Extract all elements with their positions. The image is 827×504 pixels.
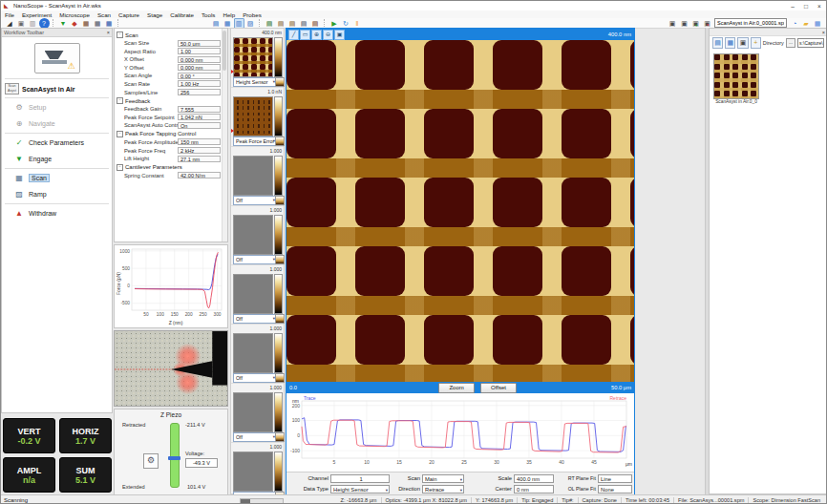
maximize-button[interactable]: □ <box>799 3 813 10</box>
capture-rename-icon[interactable]: ▦ <box>813 18 823 29</box>
zoom-in-tool-icon[interactable]: ⊕ <box>311 30 322 40</box>
menu-file[interactable]: File <box>1 11 18 18</box>
channel-select[interactable]: Off▾ <box>233 373 277 383</box>
menu-capture[interactable]: Capture <box>115 11 143 18</box>
z-piezo-slider[interactable] <box>170 423 180 488</box>
probe-setup-icon[interactable]: ◢ <box>5 18 15 29</box>
box-tool-icon[interactable]: ▭ <box>300 30 310 40</box>
layout-single-icon[interactable]: ▤ <box>211 18 222 29</box>
channel-select[interactable]: Off▾ <box>233 196 277 205</box>
channel-select[interactable]: Height Sensor▾ <box>233 77 277 87</box>
menu-tools[interactable]: Tools <box>198 11 219 18</box>
ol-plane-fit-input[interactable]: None <box>598 485 632 494</box>
workflow-item-ramp[interactable]: ▨Ramp <box>2 186 112 202</box>
channel-select[interactable]: Off▾ <box>233 432 277 442</box>
channel-colorscale-button[interactable] <box>275 196 285 205</box>
capture-panel-close-icon[interactable]: × <box>822 30 827 35</box>
scale-input[interactable]: 400.0 nm <box>514 474 554 483</box>
menu-scan[interactable]: Scan <box>94 11 115 18</box>
scope-window-icon[interactable]: ▤ <box>276 18 286 29</box>
offline-window-icon[interactable]: ▦ <box>93 18 103 29</box>
directory-field[interactable]: s:\Capture\ <box>797 38 824 48</box>
channel-thumbnail[interactable] <box>233 274 273 314</box>
channel-colorscale-button[interactable] <box>275 373 285 383</box>
line-tool-icon[interactable]: ╱ <box>288 30 299 40</box>
zoom-button[interactable]: Zoom <box>438 383 475 393</box>
workflow-close-icon[interactable]: × <box>107 30 110 35</box>
workflow-item-withdraw[interactable]: ▲Withdraw <box>2 205 112 221</box>
channel-thumbnail[interactable] <box>233 96 273 136</box>
channel-thumbnail[interactable] <box>233 392 273 432</box>
data-type-select[interactable]: Height Sensor▾ <box>330 485 390 494</box>
capture-icon[interactable]: ▣ <box>668 18 678 29</box>
menu-experiment[interactable]: Experiment <box>18 11 55 18</box>
collapse-icon[interactable]: − <box>117 164 123 171</box>
param-value[interactable]: On <box>178 122 221 129</box>
channel-select[interactable]: Off▾ <box>233 314 277 324</box>
rt-plane-fit-input[interactable]: Line <box>598 474 632 483</box>
collapse-icon[interactable]: − <box>117 97 123 104</box>
xy-window-icon[interactable]: ▤ <box>287 18 298 29</box>
z-piezo-slider-thumb[interactable] <box>168 456 180 460</box>
center-input[interactable]: 0 nm <box>514 485 554 494</box>
layout-scan-icon[interactable]: ▥ <box>234 18 244 29</box>
workflow-item-check-parameters[interactable]: ✓Check Parameters <box>2 135 112 151</box>
param-value[interactable]: 150 nm <box>178 138 221 145</box>
capture-timer-icon[interactable]: ◔ <box>790 18 800 29</box>
thumbnail-view-icon[interactable]: ▦ <box>725 37 735 49</box>
channel-select[interactable]: Peak Force Error▾ <box>233 136 277 146</box>
pause-icon[interactable]: ‖ <box>352 18 363 29</box>
channel-colorscale-button[interactable] <box>275 136 285 146</box>
param-value[interactable]: 1.042 nN <box>178 114 221 120</box>
channel-select[interactable]: Off▾ <box>233 255 277 264</box>
param-value[interactable]: 2 kHz <box>178 147 221 154</box>
param-value[interactable]: 27.1 nm <box>178 156 221 162</box>
channel-colorscale-button[interactable] <box>275 77 285 87</box>
close-button[interactable]: × <box>813 3 826 10</box>
withdraw-icon[interactable]: ◆ <box>70 18 80 29</box>
meter-window-icon[interactable]: ▤ <box>265 18 275 29</box>
workflow-item-navigate[interactable]: ⊕Navigate <box>2 116 112 132</box>
workflow-item-engage[interactable]: ▼Engage <box>2 151 112 167</box>
channel-colorscale-button[interactable] <box>275 432 285 442</box>
param-value[interactable]: 256 <box>178 89 221 95</box>
menu-stage[interactable]: Stage <box>143 11 166 18</box>
refresh-icon[interactable]: ↻ <box>341 18 351 29</box>
video-window-icon[interactable]: ▤ <box>310 18 321 29</box>
layout-grid-icon[interactable]: ▦ <box>223 18 233 29</box>
channel-thumbnail[interactable] <box>233 215 273 255</box>
afm-height-image[interactable] <box>286 40 634 382</box>
menu-calibrate[interactable]: Calibrate <box>166 11 198 18</box>
channel-thumbnail[interactable] <box>233 156 273 196</box>
capture-folder-icon[interactable]: ▰ <box>801 18 812 29</box>
browse-window-icon[interactable]: ▦ <box>104 18 115 29</box>
menu-help[interactable]: Help <box>219 11 239 18</box>
measure-tool-icon[interactable]: ▣ <box>334 30 345 40</box>
capture-abort-icon[interactable]: ▣× <box>702 18 712 29</box>
param-value[interactable]: 50.0 μm <box>178 40 221 47</box>
help-icon[interactable]: ? <box>39 18 50 29</box>
offset-button[interactable]: Offset <box>480 383 517 393</box>
param-value[interactable]: 7.555 <box>178 106 221 113</box>
realtime-window-icon[interactable]: ▦ <box>81 18 92 29</box>
param-value[interactable]: 1.00 <box>178 48 221 54</box>
microscope-status-button[interactable]: ⚠ <box>34 43 80 74</box>
channel-thumbnail[interactable] <box>233 37 273 77</box>
param-value[interactable]: 1.00 Hz <box>178 80 221 87</box>
engage-icon[interactable]: ▼ <box>58 18 69 29</box>
capture-now-icon[interactable]: ▣+ <box>690 18 701 29</box>
stage-icon[interactable]: ▣ <box>16 18 27 29</box>
layout-ramp-icon[interactable]: ▨ <box>245 18 256 29</box>
save-icon[interactable]: ▥ <box>28 18 38 29</box>
channel-input[interactable]: 1 <box>330 474 390 483</box>
scan-select[interactable]: Main▾ <box>422 474 464 483</box>
capture-filename-input[interactable] <box>714 18 787 28</box>
param-value[interactable]: 0.000 nm <box>178 64 221 71</box>
param-value[interactable]: 0.000 nm <box>178 56 221 63</box>
channel-thumbnail[interactable] <box>233 452 273 492</box>
capture-preview-icon[interactable]: ▣○ <box>679 18 689 29</box>
capture-image-icon[interactable]: ▣ <box>737 37 748 49</box>
channel-thumbnail[interactable] <box>233 333 273 373</box>
param-value[interactable]: 0.00 ° <box>178 73 221 79</box>
z-piezo-settings-button[interactable]: ⚙ <box>143 453 159 469</box>
